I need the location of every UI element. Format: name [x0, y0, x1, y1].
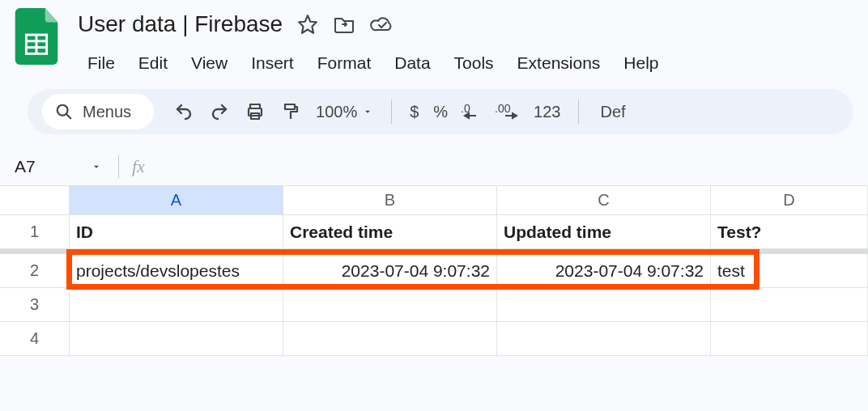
- star-icon[interactable]: [297, 14, 318, 35]
- number-format-button[interactable]: 123: [529, 103, 565, 121]
- formula-separator: [118, 155, 119, 178]
- toolbar: Menus 100% $ % .0 .00 123 Def: [28, 89, 853, 134]
- increase-decimal-button[interactable]: .00: [493, 96, 524, 127]
- menu-file[interactable]: File: [78, 50, 125, 76]
- menus-search[interactable]: Menus: [42, 94, 154, 129]
- spreadsheet-grid[interactable]: A B C D 1 ID Created time Updated time T…: [0, 186, 868, 356]
- col-head-b[interactable]: B: [283, 186, 497, 215]
- zoom-value: 100%: [316, 103, 357, 121]
- cell-a3[interactable]: [70, 288, 283, 322]
- cell-b4[interactable]: [283, 322, 497, 356]
- font-family-dropdown[interactable]: Def: [595, 103, 630, 121]
- menu-bar: File Edit View Insert Format Data Tools …: [78, 50, 853, 76]
- select-all-corner[interactable]: [0, 186, 70, 215]
- zoom-dropdown[interactable]: 100%: [311, 103, 378, 121]
- cell-d2[interactable]: test: [711, 254, 868, 288]
- fx-label: fx: [132, 156, 145, 177]
- cell-d1[interactable]: Test?: [711, 215, 868, 249]
- header: User data | Firebase: [0, 0, 868, 83]
- row-4: 4: [0, 322, 868, 356]
- toolbar-separator-2: [578, 100, 579, 124]
- menu-extensions[interactable]: Extensions: [508, 50, 611, 76]
- row-2: 2 projects/devslopestes 2023-07-04 9:07:…: [0, 254, 868, 288]
- redo-button[interactable]: [204, 96, 235, 127]
- row-head-2[interactable]: 2: [0, 254, 70, 288]
- svg-rect-10: [285, 104, 295, 109]
- sheets-logo[interactable]: [15, 8, 58, 65]
- app-root: User data | Firebase: [0, 0, 868, 411]
- col-head-d[interactable]: D: [711, 186, 868, 215]
- menu-tools[interactable]: Tools: [445, 50, 504, 76]
- title-row: User data | Firebase: [78, 8, 853, 40]
- svg-line-6: [66, 114, 70, 118]
- cell-c1[interactable]: Updated time: [497, 215, 711, 249]
- menu-help[interactable]: Help: [614, 50, 668, 76]
- toolbar-separator: [391, 100, 392, 124]
- column-header-row: A B C D: [0, 186, 868, 215]
- print-button[interactable]: [240, 96, 270, 127]
- cell-a4[interactable]: [70, 322, 283, 356]
- currency-button[interactable]: $: [405, 103, 423, 121]
- svg-text:.00: .00: [495, 102, 511, 115]
- cell-d3[interactable]: [711, 288, 868, 322]
- menu-data[interactable]: Data: [385, 50, 440, 76]
- cell-b2[interactable]: 2023-07-04 9:07:32: [283, 254, 497, 288]
- formula-bar: A7 fx: [0, 147, 868, 186]
- cell-b1[interactable]: Created time: [283, 215, 497, 249]
- col-head-a[interactable]: A: [70, 186, 283, 215]
- cell-b3[interactable]: [283, 288, 497, 322]
- row-3: 3: [0, 288, 868, 322]
- percent-button[interactable]: %: [428, 103, 453, 121]
- name-box[interactable]: A7: [8, 147, 110, 185]
- paint-format-button[interactable]: [275, 96, 306, 127]
- cell-a1[interactable]: ID: [70, 215, 283, 249]
- decrease-decimal-button[interactable]: .0: [457, 96, 488, 127]
- menu-insert[interactable]: Insert: [241, 50, 304, 76]
- menu-format[interactable]: Format: [308, 50, 381, 76]
- cloud-saved-icon[interactable]: [370, 15, 394, 34]
- cell-d4[interactable]: [711, 322, 868, 356]
- row-head-4[interactable]: 4: [0, 322, 70, 356]
- move-icon[interactable]: [333, 15, 355, 34]
- cell-c3[interactable]: [497, 288, 711, 322]
- menu-view[interactable]: View: [181, 50, 237, 76]
- cell-c4[interactable]: [497, 322, 711, 356]
- undo-button[interactable]: [168, 96, 199, 127]
- row-head-1[interactable]: 1: [0, 215, 70, 249]
- name-box-value: A7: [15, 157, 36, 176]
- cell-c2[interactable]: 2023-07-04 9:07:32: [497, 254, 711, 288]
- col-head-c[interactable]: C: [497, 186, 711, 215]
- row-head-3[interactable]: 3: [0, 288, 70, 322]
- chevron-down-icon: [91, 161, 102, 172]
- menu-edit[interactable]: Edit: [129, 50, 177, 76]
- document-title[interactable]: User data | Firebase: [78, 11, 283, 37]
- row-1: 1 ID Created time Updated time Test?: [0, 215, 868, 249]
- title-block: User data | Firebase: [78, 8, 853, 76]
- menus-label: Menus: [83, 103, 131, 121]
- cell-a2[interactable]: projects/devslopestes: [70, 254, 283, 288]
- svg-marker-4: [299, 15, 317, 33]
